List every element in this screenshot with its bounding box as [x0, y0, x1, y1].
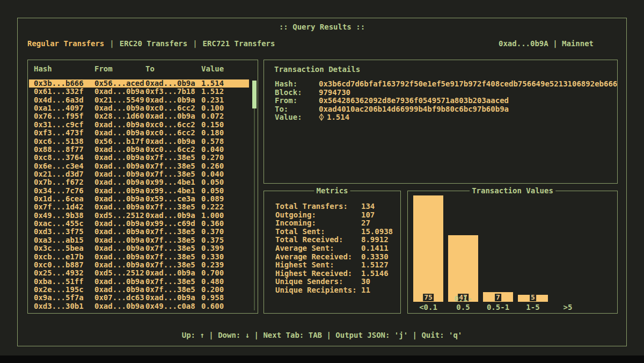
table-row[interactable]: 0x49...9b38 0xd5...2512 0xad...0b9a 1.00…: [29, 212, 249, 220]
cell-value: 0.050: [201, 178, 249, 186]
cell-from: 0xad...0b9a: [94, 146, 145, 154]
metric-value: 11: [361, 286, 370, 294]
table-scrollbar[interactable]: [254, 81, 255, 310]
detail-label: Value:: [275, 113, 319, 122]
eth-diamond-icon: [319, 113, 324, 123]
wallet-address: 0xad...0b9A | Mainnet: [499, 39, 594, 48]
bottom-strip: [0, 355, 644, 363]
metric-label: Unique Recipients:: [275, 286, 361, 295]
chart-bar-slot: 470.1-0.5: [448, 195, 478, 311]
scrollbar-thumb[interactable]: [252, 81, 257, 108]
metric-label: Total Transfers:: [275, 202, 361, 211]
cell-value: 1.000: [201, 212, 249, 220]
table-row[interactable]: 0x61...332f 0xad...0b9a 0xf3...7b18 1.51…: [29, 88, 249, 96]
cell-from: 0xad...0b9a: [94, 236, 145, 244]
table-row[interactable]: 0xba...51ff 0xad...0b9a 0x7f...38e5 0.48…: [29, 278, 249, 286]
detail-value-value: 1.514: [327, 113, 349, 121]
table-row[interactable]: 0xc6...5138 0x56...b17f 0xad...0b9a 0.57…: [29, 137, 249, 146]
metric-row: Average Sent:0.1411: [275, 244, 398, 253]
cell-to: 0xc0...6cc2: [145, 129, 201, 137]
cell-to: 0x7f...38e5: [145, 253, 201, 261]
table-row[interactable]: 0x3b...b666 0x56...aced 0xad...0b9a 1.51…: [29, 79, 249, 88]
table-row[interactable]: 0x7b...f672 0xad...0b9a 0x99...4be1 0.05…: [29, 178, 249, 186]
table-row[interactable]: 0x4d...6a3d 0x21...5549 0xad...0b9a 0.23…: [29, 96, 249, 104]
transaction-details-panel: Transaction Details Hash:0x3b6cd7d6bfaf1…: [264, 60, 618, 184]
tab-erc20-transfers[interactable]: ERC20 Transfers: [120, 39, 187, 48]
cell-from: 0xad...0b9a: [94, 220, 145, 228]
table-row[interactable]: 0x76...f95f 0x28...1d60 0xad...0b9a 0.07…: [29, 112, 249, 120]
cell-hash: 0x34...7c76: [34, 187, 94, 195]
cell-to: 0xad...0b9a: [145, 137, 201, 146]
table-row[interactable]: 0x9a...5f7a 0x07...dc63 0xad...0b9a 0.95…: [29, 294, 249, 302]
cell-from: 0x21...5549: [94, 96, 145, 104]
metric-row: Highest Received:1.5146: [275, 270, 398, 278]
table-row[interactable]: 0x34...7c76 0xad...0b9a 0x99...4be1 0.05…: [29, 187, 249, 195]
table-row[interactable]: 0xcb...e17b 0xad...0b9a 0x7f...38e5 0.33…: [29, 253, 249, 261]
cell-value: 0.040: [201, 146, 249, 154]
table-row[interactable]: 0x31...c9cf 0xad...0b9a 0xc0...6cc2 0.15…: [29, 121, 249, 129]
table-row[interactable]: 0x88...8f77 0xad...0b9a 0xc0...6cc2 0.04…: [29, 146, 249, 154]
table-row[interactable]: 0xa3...ab15 0xad...0b9a 0x7f...38e5 0.37…: [29, 236, 249, 244]
tab-separator: |: [109, 39, 114, 48]
cell-from: 0xad...0b9a: [94, 203, 145, 211]
cell-value: 0.370: [201, 228, 249, 236]
chart-bar-label: <0.1: [413, 303, 443, 311]
chart-bar-slot: 70.5-1: [483, 195, 513, 311]
cell-to: 0x99...4be1: [145, 178, 201, 186]
details-fields: Hash:0x3b6cd7d6bfaf163792f50e1ef5e917b97…: [275, 80, 616, 123]
detail-block-row: Block:9794730: [275, 89, 616, 97]
metric-value: 107: [361, 210, 375, 219]
cell-to: 0x99...4be1: [145, 187, 201, 195]
table-row[interactable]: 0xc0...b887 0xad...0b9a 0x7f...38e5 0.23…: [29, 261, 249, 269]
cell-value: 0.700: [201, 269, 249, 277]
table-row[interactable]: 0xa1...4097 0xad...0b9a 0xc0...6cc2 0.10…: [29, 104, 249, 112]
cell-from: 0xad...0b9a: [94, 178, 145, 186]
column-header: To: [145, 64, 201, 73]
detail-to-row: To:0xad4010ac206b14d66999b4bf9b80c6bc97b…: [275, 105, 616, 114]
cell-from: 0x28...1d60: [94, 112, 145, 120]
chart-title: Transaction Values: [470, 186, 555, 195]
tab-erc721-transfers[interactable]: ERC721 Transfers: [203, 39, 275, 48]
table-row[interactable]: 0x6e...c3e4 0xad...0b9a 0x7f...38e5 0.26…: [29, 162, 249, 170]
metric-value: 1.5146: [361, 269, 389, 278]
table-row[interactable]: 0xac...455c 0xad...0b9a 0x99...c69d 0.36…: [29, 220, 249, 228]
table-row[interactable]: 0x7f...1d42 0xad...0b9a 0x7f...38e5 0.22…: [29, 203, 249, 211]
cell-from: 0xad...0b9a: [94, 253, 145, 261]
transfers-table-panel: HashFromToValue 0x3b...b666 0x56...aced …: [27, 60, 258, 314]
table-row[interactable]: 0xd3...30b1 0xad...0b9a 0x49...c0a8 0.60…: [29, 302, 249, 310]
cell-to: 0xad...0b9a: [145, 96, 201, 104]
table-row[interactable]: 0x3c...5bea 0xad...0b9a 0x7f...38e5 0.39…: [29, 244, 249, 252]
cell-hash: 0x88...8f77: [34, 146, 94, 154]
metric-label: Average Received:: [275, 253, 361, 262]
cell-value: 0.050: [201, 187, 249, 195]
metric-row: Unique Recipients:11: [275, 286, 398, 295]
cell-from: 0xad...0b9a: [94, 154, 145, 162]
chart-bar: 75: [413, 195, 443, 302]
table-row[interactable]: 0xf3...473f 0xad...0b9a 0xc0...6cc2 0.18…: [29, 129, 249, 137]
cell-from: 0xad...0b9a: [94, 278, 145, 286]
metric-label: Total Received:: [275, 236, 361, 244]
cell-from: 0xad...0b9a: [94, 121, 145, 129]
chart-bar-label: 0.5-1: [483, 303, 513, 311]
metric-row: Highest Sent:1.5127: [275, 261, 398, 270]
cell-value: 0.231: [201, 96, 249, 104]
cell-from: 0x07...dc63: [94, 294, 145, 302]
table-row[interactable]: 0xc8...3764 0xad...0b9a 0x7f...38e5 0.27…: [29, 154, 249, 162]
tab-regular-transfers[interactable]: Regular Transfers: [27, 39, 104, 48]
table-row[interactable]: 0x1d...6cea 0xad...0b9a 0x59...ce3a 0.08…: [29, 195, 249, 203]
cell-to: 0x49...c0a8: [145, 302, 201, 310]
table-row[interactable]: 0x2e...195c 0xad...0b9a 0x7f...38e5 0.20…: [29, 286, 249, 294]
table-row[interactable]: 0x25...4932 0xd5...2512 0xad...0b9a 0.70…: [29, 269, 249, 277]
metric-row: Unique Senders:30: [275, 278, 398, 286]
cell-hash: 0x7b...f672: [34, 178, 94, 186]
table-row[interactable]: 0x21...d3d7 0xad...0b9a 0x7f...38e5 0.04…: [29, 170, 249, 178]
detail-block-value: 9794730: [319, 88, 350, 97]
chart-bar-label: 1-5: [518, 303, 548, 311]
table-row[interactable]: 0xd3...3f75 0xad...0b9a 0x7f...38e5 0.37…: [29, 228, 249, 236]
cell-from: 0xad...0b9a: [94, 302, 145, 310]
cell-hash: 0x61...332f: [34, 88, 94, 96]
cell-value: 0.222: [201, 203, 249, 211]
help-bar: Up: ↑ | Down: ↓ | Next Tab: TAB | Output…: [18, 331, 626, 339]
metric-row: Total Received:8.9912: [275, 236, 398, 244]
metric-label: Total Sent:: [275, 228, 361, 236]
